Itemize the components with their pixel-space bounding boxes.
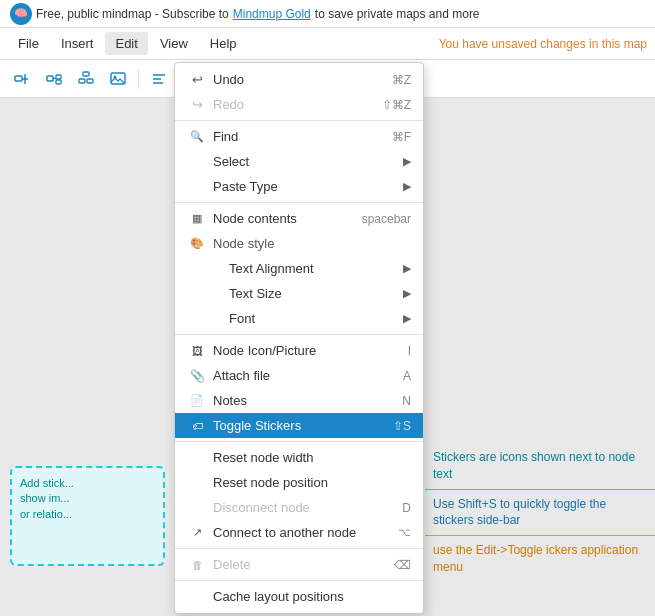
sep6 (175, 580, 423, 581)
text-alignment-arrow: ▶ (403, 262, 411, 275)
svg-rect-5 (56, 75, 61, 79)
edit-dropdown-menu: ↩ Undo ⌘Z ↪ Redo ⇧⌘Z 🔍 Find ⌘F Select ▶ … (174, 62, 424, 614)
paste-type-arrow: ▶ (403, 180, 411, 193)
sep1 (175, 120, 423, 121)
svg-rect-6 (56, 80, 61, 84)
sep5 (175, 548, 423, 549)
tooltip-shift-s: Use Shift+S to quickly toggle the sticke… (425, 490, 655, 537)
svg-rect-8 (79, 79, 85, 83)
menu-attach-file[interactable]: 📎 Attach file A (175, 363, 423, 388)
menu-reset-width[interactable]: Reset node width (175, 445, 423, 470)
svg-rect-7 (83, 72, 89, 76)
menu-font[interactable]: Font ▶ (175, 306, 423, 331)
top-banner: 🧠 Free, public mindmap - Subscribe to Mi… (0, 0, 655, 28)
menu-reset-position[interactable]: Reset node position (175, 470, 423, 495)
attach-file-icon: 📎 (187, 369, 207, 383)
node-style-icon: 🎨 (187, 237, 207, 250)
menu-text-alignment[interactable]: Text Alignment ▶ (175, 256, 423, 281)
menu-notes[interactable]: 📄 Notes N (175, 388, 423, 413)
menu-toggle-stickers[interactable]: 🏷 Toggle Stickers ⇧S (175, 413, 423, 438)
text-size-arrow: ▶ (403, 287, 411, 300)
connect-node-icon: ↗ (187, 526, 207, 539)
notes-icon: 📄 (187, 394, 207, 407)
banner-suffix: to save private maps and more (315, 7, 480, 21)
menu-undo[interactable]: ↩ Undo ⌘Z (175, 67, 423, 92)
menu-node-icon[interactable]: 🖼 Node Icon/Picture I (175, 338, 423, 363)
svg-rect-0 (15, 76, 22, 81)
sep2 (175, 202, 423, 203)
svg-rect-9 (87, 79, 93, 83)
sep3 (175, 334, 423, 335)
menu-find[interactable]: 🔍 Find ⌘F (175, 124, 423, 149)
cyan-box-text: Add stick...show im...or relatio... (20, 477, 74, 520)
redo-icon: ↪ (187, 97, 207, 112)
menu-delete[interactable]: 🗑 Delete ⌫ (175, 552, 423, 577)
banner-logo: 🧠 (10, 3, 32, 25)
font-arrow: ▶ (403, 312, 411, 325)
toggle-stickers-icon: 🏷 (187, 420, 207, 432)
toolbar-align-left[interactable] (145, 65, 173, 93)
toolbar-sep1 (138, 69, 139, 89)
sep4 (175, 441, 423, 442)
menu-redo[interactable]: ↪ Redo ⇧⌘Z (175, 92, 423, 117)
menu-node-contents[interactable]: ▦ Node contents spacebar (175, 206, 423, 231)
menu-select[interactable]: Select ▶ (175, 149, 423, 174)
menu-paste-type[interactable]: Paste Type ▶ (175, 174, 423, 199)
menu-connect-node[interactable]: ↗ Connect to another node ⌥ (175, 520, 423, 545)
menu-disconnect-node[interactable]: Disconnect node D (175, 495, 423, 520)
find-icon: 🔍 (187, 130, 207, 143)
cyan-hint-box: Add stick...show im...or relatio... (10, 466, 165, 566)
toolbar-child-node[interactable] (40, 65, 68, 93)
menubar: File Insert Edit View Help You have unsa… (0, 28, 655, 60)
toolbar-add-node[interactable] (8, 65, 36, 93)
delete-icon: 🗑 (187, 559, 207, 571)
tooltip-edit-toggle: use the Edit->Toggle ickers application … (425, 536, 655, 582)
svg-rect-3 (47, 76, 53, 81)
menu-text-size[interactable]: Text Size ▶ (175, 281, 423, 306)
banner-text: Free, public mindmap - Subscribe to (36, 7, 229, 21)
toolbar-sibling-node[interactable] (72, 65, 100, 93)
menu-file[interactable]: File (8, 32, 49, 55)
menu-view[interactable]: View (150, 32, 198, 55)
menu-insert[interactable]: Insert (51, 32, 104, 55)
banner-gold-link[interactable]: Mindmup Gold (233, 7, 311, 21)
menu-edit[interactable]: Edit (105, 32, 147, 55)
menu-help[interactable]: Help (200, 32, 247, 55)
node-icon-icon: 🖼 (187, 345, 207, 357)
menu-cache-layout[interactable]: Cache layout positions (175, 584, 423, 609)
menu-node-style: 🎨 Node style (175, 231, 423, 256)
tooltip-stickers-icons: Stickers are icons shown next to node te… (425, 443, 655, 490)
tooltip-panel: Stickers are icons shown next to node te… (425, 443, 655, 582)
unsaved-changes: You have unsaved changes in this map (439, 37, 647, 51)
undo-icon: ↩ (187, 72, 207, 87)
select-arrow: ▶ (403, 155, 411, 168)
toolbar-image[interactable] (104, 65, 132, 93)
node-contents-icon: ▦ (187, 212, 207, 225)
